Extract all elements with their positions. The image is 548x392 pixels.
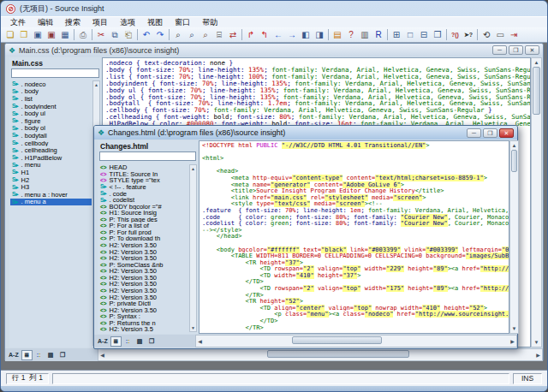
symbol-item[interactable]: S▸. menu a : hover	[10, 191, 92, 199]
find-forward-icon[interactable]: ⌕	[185, 28, 199, 41]
maximize-window-icon[interactable]: □	[403, 28, 417, 41]
main-symbol-search-input[interactable]	[11, 68, 99, 78]
symbol-item[interactable]: <>P: Syntax :	[98, 313, 188, 320]
go-back-icon[interactable]: ←	[271, 28, 285, 41]
tile-windows-icon[interactable]: ⊞	[390, 28, 403, 41]
changes-horizontal-scrollbar[interactable]	[195, 335, 517, 347]
symbol-item[interactable]: S▸. menu a	[10, 199, 92, 206]
menu-item-edit[interactable]: 编辑	[32, 17, 59, 28]
save-icon[interactable]: ▣	[31, 28, 45, 41]
scroll-thumb[interactable]	[267, 350, 409, 358]
symbol-item[interactable]: S▸. figure	[10, 117, 92, 125]
symbol-options-button[interactable]: ❒	[57, 350, 68, 360]
exit-app-icon[interactable]: ⇥	[507, 28, 521, 41]
symbol-list-scrollbar[interactable]	[189, 164, 197, 332]
scroll-up-icon[interactable]	[190, 165, 196, 172]
menu-item-project[interactable]: 项目	[86, 17, 114, 28]
scroll-thumb[interactable]	[533, 67, 540, 115]
menu-item-search[interactable]: 搜索	[59, 17, 86, 28]
save-all-icon[interactable]: ▦	[58, 28, 72, 41]
lookup-references-icon[interactable]: ⟲	[480, 28, 493, 41]
sort-alpha-button[interactable]: A-Z	[96, 336, 110, 347]
sort-position-button[interactable]: ≣	[110, 336, 122, 347]
main-vertical-scrollbar[interactable]	[531, 57, 542, 347]
symbol-item[interactable]: <>P: Returns the n	[98, 320, 188, 327]
maximize-button[interactable]	[483, 128, 497, 138]
main-css-title-bar[interactable]: Main.css (d:\program files (x86)\source …	[5, 44, 543, 56]
prev-window-icon[interactable]: ◧	[299, 28, 313, 41]
symbol-item[interactable]: <>P: SomeClass &nb	[98, 261, 188, 268]
new-file-icon[interactable]: ❏	[3, 28, 17, 41]
symbol-item[interactable]: <>P: This page des	[98, 217, 188, 223]
symbol-item[interactable]: <>H2: Version 3.50	[98, 268, 188, 275]
save-as-icon[interactable]: ▣	[45, 28, 58, 41]
symbol-item[interactable]: <>STYLE type ="tex	[98, 177, 188, 184]
symbol-item[interactable]: S▸. code	[98, 190, 188, 197]
minimize-button[interactable]	[467, 128, 481, 138]
selection-window-icon[interactable]: ▭	[493, 28, 507, 41]
changes-symbol-search-input[interactable]	[99, 151, 196, 161]
changes-html-window[interactable]: Changes.html (d:\program files (x86)\sou…	[93, 125, 518, 349]
symbol-item[interactable]: S▸. body ul	[10, 110, 92, 117]
find-backward-icon[interactable]: ⌕	[199, 28, 212, 41]
undo-icon[interactable]: ↶	[140, 28, 153, 41]
scroll-thumb[interactable]	[292, 336, 382, 344]
symbol-item[interactable]: S▸. codelist	[98, 197, 188, 204]
redo-icon[interactable]: ↷	[153, 28, 167, 41]
filter-symbols-button[interactable]: ::	[122, 336, 134, 347]
copy-icon[interactable]: ⧉	[108, 28, 122, 41]
scroll-up-icon[interactable]	[510, 141, 518, 150]
changes-html-title-bar[interactable]: Changes.html (d:\program files (x86)\sou…	[94, 126, 517, 140]
what-is-icon[interactable]: ➤?	[462, 28, 475, 41]
symbol-item[interactable]: S▸. list	[10, 95, 92, 103]
symbol-options-button[interactable]: ❒	[146, 336, 158, 347]
replace-icon[interactable]: ⇄	[226, 28, 240, 41]
scroll-left-icon[interactable]	[98, 352, 106, 358]
scroll-right-icon[interactable]	[534, 352, 542, 358]
sort-alpha-button[interactable]: A-Z	[7, 350, 21, 360]
context-help-icon[interactable]: ?	[344, 28, 358, 41]
symbol-item[interactable]: <>H2: Version 3.50	[98, 306, 188, 313]
symbol-item[interactable]: S▸. bodytall	[10, 132, 92, 140]
cut-icon[interactable]: ✂	[94, 28, 108, 41]
sort-position-button[interactable]: ≣	[21, 350, 33, 360]
open-file-icon[interactable]: ❒	[17, 28, 31, 41]
paste-icon[interactable]: ⎗	[122, 28, 135, 41]
filter-symbols-button[interactable]: ::	[33, 350, 45, 360]
menu-item-file[interactable]: 文件	[4, 17, 32, 28]
scroll-left-icon[interactable]	[196, 338, 204, 344]
changes-html-code-area[interactable]: <!DOCTYPE html PUBLIC "-//W3C//DTD HTML …	[199, 140, 509, 334]
split-window-icon[interactable]: ⊟	[417, 28, 431, 41]
symbol-item[interactable]: S▸. menu	[10, 162, 92, 169]
symbol-item[interactable]: <>TITLE: Source In	[98, 171, 188, 178]
scroll-up-icon[interactable]	[532, 58, 541, 67]
symbol-item[interactable]: S▸. body ol	[10, 125, 92, 133]
symbol-item[interactable]: S▸. nodeco	[10, 80, 92, 88]
symbol-item[interactable]: <>P: To download th	[98, 235, 188, 242]
symbol-item[interactable]: S▸H2	[10, 176, 92, 184]
browse-docs-icon[interactable]: ▥	[358, 28, 372, 41]
symbol-item[interactable]: <>H2: Version 3.50	[98, 294, 188, 300]
symbol-item[interactable]: S▸. cellbody	[10, 140, 92, 147]
symbol-item[interactable]: <>HEAD	[98, 164, 188, 171]
symbol-item[interactable]: S▸. cellheading	[10, 146, 92, 154]
symbol-item[interactable]: S▸. body	[10, 88, 92, 96]
jump-to-caller-icon[interactable]: ↰	[258, 28, 271, 41]
maximize-button[interactable]	[509, 45, 523, 55]
symbol-item[interactable]: S▸H3	[10, 183, 92, 191]
menu-item-help[interactable]: 帮助	[196, 17, 223, 28]
scroll-up-icon[interactable]	[93, 81, 99, 88]
symbol-item[interactable]: <>P: private Dicti	[98, 300, 188, 307]
symbol-item[interactable]: <>H2: Version 3.50	[98, 275, 188, 282]
main-symbol-list[interactable]: S▸. nodecoS▸. bodyS▸. listS▸. bodyindent…	[10, 80, 92, 346]
find-in-files-icon[interactable]: ⌸	[212, 28, 226, 41]
symbol-r-icon[interactable]: R	[372, 28, 385, 41]
changes-symbol-list[interactable]: <>HEAD<>TITLE: Source In<>STYLE type ="t…	[98, 164, 188, 332]
symbol-item[interactable]: S▸< !-- . feature	[98, 184, 188, 191]
symbol-item[interactable]: <>P: For full prod	[98, 229, 188, 236]
scroll-down-icon[interactable]	[190, 324, 196, 331]
browse-symbol-icon[interactable]: ?()	[449, 28, 462, 41]
symbol-item[interactable]: <>H2: Version 3.50	[98, 248, 188, 255]
jump-to-definition-icon[interactable]: ↱	[244, 28, 258, 41]
close-button[interactable]	[525, 45, 539, 55]
